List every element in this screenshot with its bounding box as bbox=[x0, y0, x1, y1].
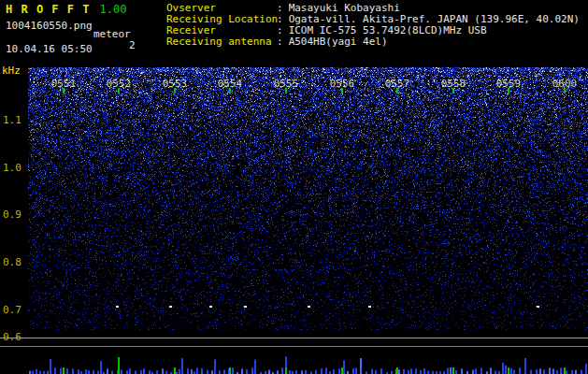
app-version: 1.00 bbox=[99, 3, 126, 16]
meteor-counter-value: 2 bbox=[129, 40, 136, 51]
time-tick-0554: 0554 bbox=[218, 78, 243, 90]
antenna-label: Receiving antenna bbox=[166, 36, 277, 48]
antenna-value: A504HB(yagi 4el) bbox=[289, 36, 388, 48]
freq-tick-0-9: 0.9 bbox=[3, 209, 22, 221]
time-tick-0555: 0555 bbox=[274, 78, 299, 90]
title-line: H R O F F T1.00 bbox=[6, 4, 126, 16]
level-ref-line-lower bbox=[0, 346, 588, 347]
freq-tick-1-0: 1.0 bbox=[3, 162, 22, 174]
time-tick-0552: 0552 bbox=[107, 78, 132, 90]
freq-tick-0-8: 0.8 bbox=[3, 256, 22, 268]
colon-separator: : bbox=[277, 36, 283, 48]
time-tick-0558: 0558 bbox=[441, 78, 466, 90]
info-row-antenna: Receiving antenna:A504HB(yagi 4el) bbox=[166, 36, 580, 48]
time-tick-0556: 0556 bbox=[330, 78, 355, 90]
freq-tick-0-7: 0.7 bbox=[3, 304, 22, 316]
output-filename: 1004160550.png bbox=[6, 21, 93, 32]
station-info: Ovserver:Masayuki Kobayashi Receiving Lo… bbox=[166, 3, 580, 48]
time-tick-0600: 0600 bbox=[552, 78, 578, 90]
level-ref-line-upper bbox=[0, 338, 588, 338]
freq-tick-0-6: 0.6 bbox=[3, 331, 22, 343]
meteor-counter-label: meteor bbox=[93, 29, 131, 40]
level-graph-canvas bbox=[28, 352, 588, 374]
app-title: H R O F F T bbox=[6, 3, 90, 16]
time-tick-0559: 0559 bbox=[496, 78, 522, 90]
time-tick-0551: 0551 bbox=[51, 78, 77, 90]
time-tick-0553: 0553 bbox=[163, 78, 188, 90]
khz-axis-label: kHz bbox=[2, 65, 21, 77]
time-tick-0557: 0557 bbox=[385, 78, 410, 90]
hrofft-window: H R O F F T1.00 1004160550.png meteor 2 … bbox=[0, 0, 588, 374]
freq-tick-1-1: 1.1 bbox=[3, 114, 22, 126]
spectrogram-canvas bbox=[28, 67, 588, 330]
record-timestamp: 10.04.16 05:50 bbox=[6, 44, 93, 55]
